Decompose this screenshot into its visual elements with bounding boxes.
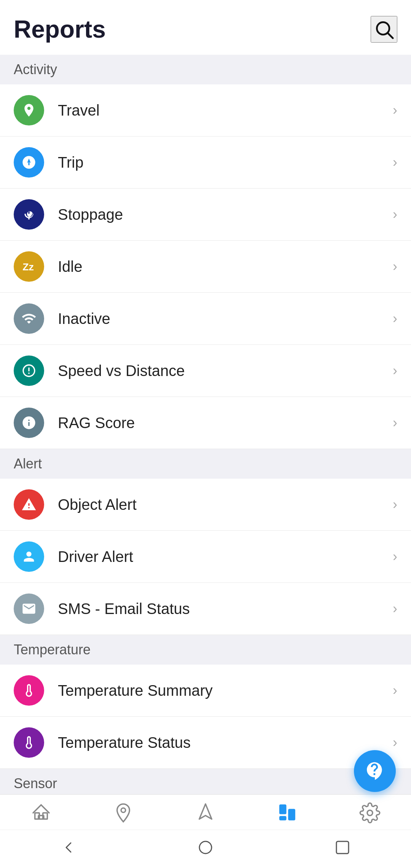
search-icon bbox=[373, 19, 395, 40]
section-header-temperature: Temperature bbox=[0, 635, 411, 665]
driver-alert-icon bbox=[14, 541, 44, 572]
temperature-summary-chevron: › bbox=[393, 682, 397, 698]
list-item-travel[interactable]: Travel › bbox=[0, 84, 411, 136]
object-alert-label: Object Alert bbox=[58, 496, 393, 513]
list-item-temperature-status[interactable]: Temperature Status › bbox=[0, 717, 411, 769]
speed-distance-icon bbox=[14, 355, 44, 386]
trip-chevron: › bbox=[393, 154, 397, 170]
list-item-object-alert[interactable]: Object Alert › bbox=[0, 479, 411, 531]
svg-text:Zz: Zz bbox=[22, 261, 34, 273]
section-header-alert: Alert bbox=[0, 449, 411, 479]
sms-email-status-label: SMS - Email Status bbox=[58, 600, 393, 617]
temp-status-icon bbox=[14, 727, 44, 758]
sms-email-icon bbox=[14, 593, 44, 624]
list-item-speed-vs-distance[interactable]: Speed vs Distance › bbox=[0, 345, 411, 397]
svg-rect-11 bbox=[288, 809, 295, 820]
inactive-icon bbox=[14, 303, 44, 334]
nav-settings[interactable] bbox=[359, 802, 381, 824]
temperature-summary-label: Temperature Summary bbox=[58, 682, 393, 699]
stoppage-label: Stoppage bbox=[58, 206, 393, 223]
svg-rect-12 bbox=[280, 816, 286, 820]
section-header-activity: Activity bbox=[0, 55, 411, 84]
inactive-chevron: › bbox=[393, 311, 397, 327]
temperature-status-label: Temperature Status bbox=[58, 734, 393, 751]
nav-navigate[interactable] bbox=[195, 802, 216, 824]
page-title: Reports bbox=[14, 15, 106, 43]
rag-score-label: RAG Score bbox=[58, 414, 393, 432]
object-alert-chevron: › bbox=[393, 497, 397, 513]
list-item-sms-email-status[interactable]: SMS - Email Status › bbox=[0, 583, 411, 635]
page-header: Reports bbox=[0, 0, 411, 55]
svg-point-14 bbox=[199, 841, 212, 854]
system-nav-bar bbox=[0, 830, 411, 868]
inactive-label: Inactive bbox=[58, 310, 393, 327]
support-icon bbox=[364, 760, 386, 782]
search-button[interactable] bbox=[371, 16, 397, 43]
driver-alert-label: Driver Alert bbox=[58, 548, 393, 565]
list-item-idle[interactable]: Zz Idle › bbox=[0, 241, 411, 293]
nav-location[interactable] bbox=[113, 802, 134, 824]
object-alert-icon bbox=[14, 489, 44, 520]
svg-rect-10 bbox=[280, 805, 286, 814]
stoppage-chevron: › bbox=[393, 206, 397, 222]
list-item-driver-alert[interactable]: Driver Alert › bbox=[0, 531, 411, 583]
temp-summary-icon bbox=[14, 675, 44, 706]
list-item-rag-score[interactable]: RAG Score › bbox=[0, 397, 411, 449]
nav-reports[interactable] bbox=[277, 802, 298, 824]
travel-label: Travel bbox=[58, 102, 393, 119]
list-item-temperature-summary[interactable]: Temperature Summary › bbox=[0, 665, 411, 717]
home-button[interactable] bbox=[194, 836, 217, 859]
trip-icon bbox=[14, 147, 44, 178]
support-fab[interactable] bbox=[354, 750, 396, 792]
nav-bar bbox=[0, 795, 411, 830]
list-item-inactive[interactable]: Inactive › bbox=[0, 293, 411, 345]
rag-score-icon bbox=[14, 408, 44, 438]
svg-line-1 bbox=[388, 33, 393, 38]
bottom-navigation bbox=[0, 794, 411, 868]
sms-email-status-chevron: › bbox=[393, 601, 397, 617]
speed-vs-distance-label: Speed vs Distance bbox=[58, 362, 393, 379]
svg-point-9 bbox=[121, 808, 126, 812]
back-button[interactable] bbox=[57, 836, 80, 859]
stoppage-icon bbox=[14, 199, 44, 230]
svg-rect-15 bbox=[336, 841, 349, 854]
temperature-status-chevron: › bbox=[393, 735, 397, 751]
driver-alert-chevron: › bbox=[393, 549, 397, 565]
idle-chevron: › bbox=[393, 259, 397, 275]
travel-icon bbox=[14, 95, 44, 125]
travel-chevron: › bbox=[393, 102, 397, 118]
speed-vs-distance-chevron: › bbox=[393, 363, 397, 379]
idle-icon: Zz bbox=[14, 251, 44, 282]
trip-label: Trip bbox=[58, 154, 393, 171]
list-item-stoppage[interactable]: Stoppage › bbox=[0, 189, 411, 241]
idle-label: Idle bbox=[58, 258, 393, 275]
recent-apps-button[interactable] bbox=[331, 836, 354, 859]
rag-score-chevron: › bbox=[393, 415, 397, 431]
nav-home[interactable] bbox=[30, 802, 52, 824]
content-area: Activity Travel › Trip › Stoppage › Zz I… bbox=[0, 55, 411, 868]
svg-point-13 bbox=[367, 810, 373, 816]
list-item-trip[interactable]: Trip › bbox=[0, 136, 411, 189]
